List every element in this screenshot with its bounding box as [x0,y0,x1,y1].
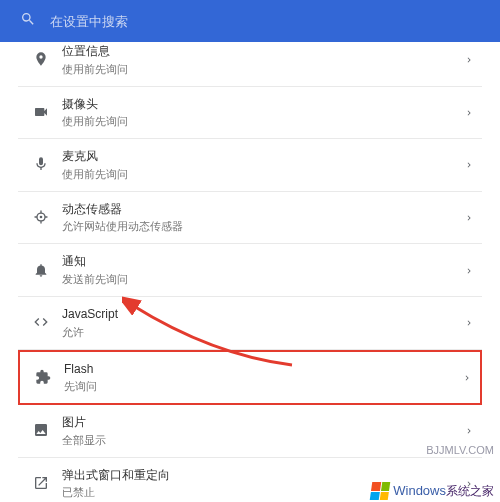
chevron-right-icon [464,209,474,227]
row-camera[interactable]: 摄像头使用前先询问 [18,87,482,140]
row-title: 动态传感器 [62,202,464,218]
row-title: 位置信息 [62,44,464,60]
chevron-right-icon [464,156,474,174]
search-input[interactable] [50,14,480,29]
row-sub: 使用前先询问 [62,167,464,182]
row-sub: 允许网站使用动态传感器 [62,219,464,234]
chevron-right-icon [464,422,474,440]
plugin-icon [35,369,51,389]
row-sub: 允许 [62,325,464,340]
row-sub: 使用前先询问 [62,114,464,129]
settings-list: 位置信息使用前先询问 摄像头使用前先询问 麦克风使用前先询问 动态传感器允许网站… [0,42,500,502]
chevron-right-icon [464,51,474,69]
bell-icon [33,262,49,282]
row-title: 摄像头 [62,97,464,113]
row-images[interactable]: 图片全部显示 [18,405,482,458]
row-microphone[interactable]: 麦克风使用前先询问 [18,139,482,192]
chevron-right-icon [464,314,474,332]
row-sub: 全部显示 [62,433,464,448]
microphone-icon [33,156,49,176]
row-title: 通知 [62,254,464,270]
chevron-right-icon [464,475,474,493]
row-sub: 发送前先询问 [62,272,464,287]
row-javascript[interactable]: JavaScript允许 [18,297,482,350]
row-sub: 使用前先询问 [62,62,464,77]
row-title: 图片 [62,415,464,431]
row-location[interactable]: 位置信息使用前先询问 [18,42,482,87]
chevron-right-icon [464,262,474,280]
row-sub: 先询问 [64,379,462,394]
code-icon [33,314,49,334]
motion-sensor-icon [33,209,49,229]
row-title: JavaScript [62,307,464,323]
row-title: Flash [64,362,462,378]
row-title: 弹出式窗口和重定向 [62,468,464,484]
search-bar [0,0,500,42]
row-title: 麦克风 [62,149,464,165]
row-notifications[interactable]: 通知发送前先询问 [18,244,482,297]
row-sub: 已禁止 [62,485,464,500]
image-icon [33,422,49,442]
row-popups[interactable]: 弹出式窗口和重定向已禁止 [18,458,482,502]
search-icon [20,11,36,31]
camera-icon [33,104,49,124]
chevron-right-icon [462,369,472,387]
popup-icon [33,475,49,495]
location-icon [33,51,49,71]
chevron-right-icon [464,104,474,122]
row-motion-sensors[interactable]: 动态传感器允许网站使用动态传感器 [18,192,482,245]
row-flash[interactable]: Flash先询问 [18,350,482,406]
